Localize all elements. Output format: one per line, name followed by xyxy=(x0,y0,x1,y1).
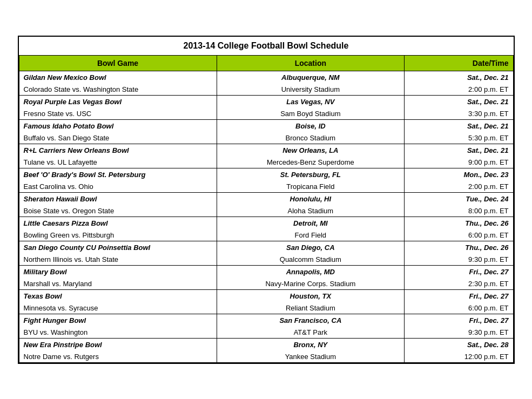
bowl-name-row: Texas BowlHouston, TXFri., Dec. 27 xyxy=(19,289,513,302)
matchup-row: Colorado State vs. Washington StateUnive… xyxy=(19,84,513,96)
bowl-date: Sat., Dec. 21 xyxy=(405,95,513,108)
matchup-venue: Mercedes-Benz Superdome xyxy=(217,157,405,168)
bowl-name: New Era Pinstripe Bowl xyxy=(19,338,217,351)
header-bowl-game: Bowl Game xyxy=(19,55,217,71)
matchup-row: Buffalo vs. San Diego StateBronco Stadiu… xyxy=(19,132,513,144)
matchup-venue: University Stadium xyxy=(217,84,405,96)
bowl-date: Sat., Dec. 21 xyxy=(405,119,513,132)
matchup-teams: Tulane vs. UL Lafayette xyxy=(19,157,217,168)
matchup-time: 6:00 p.m. ET xyxy=(405,229,513,241)
matchup-teams: Minnesota vs. Syracuse xyxy=(19,302,217,314)
matchup-time: 6:00 p.m. ET xyxy=(405,302,513,314)
header-row: Bowl GameLocationDate/Time xyxy=(19,55,513,71)
bowl-name: Royal Purple Las Vegas Bowl xyxy=(19,95,217,108)
matchup-time: 9:30 p.m. ET xyxy=(405,327,513,339)
matchup-teams: Marshall vs. Maryland xyxy=(19,278,217,290)
bowl-city: Bronx, NY xyxy=(217,338,405,351)
schedule-table-wrapper: 2013-14 College Football Bowl ScheduleBo… xyxy=(18,36,515,364)
bowl-name: Gildan New Mexico Bowl xyxy=(19,71,217,84)
bowl-date: Fri., Dec. 27 xyxy=(405,314,513,327)
bowl-name: Fight Hunger Bowl xyxy=(19,314,217,327)
bowl-city: New Orleans, LA xyxy=(217,144,405,157)
matchup-teams: Boise State vs. Oregon State xyxy=(19,205,217,217)
bowl-city: Albuquerque, NM xyxy=(217,71,405,84)
header-location: Location xyxy=(217,55,405,71)
schedule-table: 2013-14 College Football Bowl ScheduleBo… xyxy=(19,37,514,363)
matchup-row: Tulane vs. UL LafayetteMercedes-Benz Sup… xyxy=(19,157,513,168)
bowl-name-row: Fight Hunger BowlSan Francisco, CAFri., … xyxy=(19,314,513,327)
bowl-date: Mon., Dec. 23 xyxy=(405,168,513,181)
bowl-city: San Diego, CA xyxy=(217,241,405,254)
matchup-venue: Yankee Stadium xyxy=(217,351,405,363)
matchup-venue: Reliant Stadium xyxy=(217,302,405,314)
bowl-name: Little Caesars Pizza Bowl xyxy=(19,217,217,229)
matchup-time: 8:00 p.m. ET xyxy=(405,205,513,217)
matchup-row: East Carolina vs. OhioTropicana Field2:0… xyxy=(19,181,513,193)
matchup-venue: Ford Field xyxy=(217,229,405,241)
matchup-teams: Buffalo vs. San Diego State xyxy=(19,132,217,144)
bowl-city: Las Vegas, NV xyxy=(217,95,405,108)
matchup-time: 5:30 p.m. ET xyxy=(405,132,513,144)
bowl-name: San Diego County CU Poinsettia Bowl xyxy=(19,241,217,254)
bowl-city: Honolulu, HI xyxy=(217,192,405,205)
bowl-name: Texas Bowl xyxy=(19,289,217,302)
bowl-city: Annapolis, MD xyxy=(217,265,405,278)
matchup-row: Northern Illinois vs. Utah StateQualcomm… xyxy=(19,254,513,266)
matchup-teams: Northern Illinois vs. Utah State xyxy=(19,254,217,266)
bowl-date: Fri., Dec. 27 xyxy=(405,265,513,278)
bowl-name-row: Military BowlAnnapolis, MDFri., Dec. 27 xyxy=(19,265,513,278)
matchup-time: 12:00 p.m. ET xyxy=(405,351,513,363)
bowl-name-row: Beef 'O' Brady's Bowl St. PetersburgSt. … xyxy=(19,168,513,181)
bowl-name: Military Bowl xyxy=(19,265,217,278)
bowl-name-row: Royal Purple Las Vegas BowlLas Vegas, NV… xyxy=(19,95,513,108)
matchup-time: 2:00 p.m. ET xyxy=(405,181,513,193)
bowl-name: Famous Idaho Potato Bowl xyxy=(19,119,217,132)
matchup-row: Minnesota vs. SyracuseReliant Stadium6:0… xyxy=(19,302,513,314)
bowl-date: Thu., Dec. 26 xyxy=(405,241,513,254)
bowl-date: Sat., Dec. 21 xyxy=(405,144,513,157)
title-row: 2013-14 College Football Bowl Schedule xyxy=(19,37,513,56)
matchup-teams: Notre Dame vs. Rutgers xyxy=(19,351,217,363)
matchup-teams: BYU vs. Washington xyxy=(19,327,217,339)
matchup-time: 2:30 p.m. ET xyxy=(405,278,513,290)
bowl-name-row: Little Caesars Pizza BowlDetroit, MIThu.… xyxy=(19,217,513,229)
matchup-time: 3:30 p.m. ET xyxy=(405,108,513,120)
bowl-city: St. Petersburg, FL xyxy=(217,168,405,181)
bowl-name-row: Sheraton Hawaii BowlHonolulu, HITue., De… xyxy=(19,192,513,205)
matchup-teams: East Carolina vs. Ohio xyxy=(19,181,217,193)
matchup-teams: Fresno State vs. USC xyxy=(19,108,217,120)
matchup-row: Boise State vs. Oregon StateAloha Stadiu… xyxy=(19,205,513,217)
bowl-date: Sat., Dec. 28 xyxy=(405,338,513,351)
bowl-name-row: R+L Carriers New Orleans BowlNew Orleans… xyxy=(19,144,513,157)
matchup-time: 9:00 p.m. ET xyxy=(405,157,513,168)
matchup-row: BYU vs. WashingtonAT&T Park9:30 p.m. ET xyxy=(19,327,513,339)
bowl-city: San Francisco, CA xyxy=(217,314,405,327)
bowl-name: Sheraton Hawaii Bowl xyxy=(19,192,217,205)
matchup-row: Fresno State vs. USCSam Boyd Stadium3:30… xyxy=(19,108,513,120)
matchup-time: 9:30 p.m. ET xyxy=(405,254,513,266)
bowl-name-row: Gildan New Mexico BowlAlbuquerque, NMSat… xyxy=(19,71,513,84)
matchup-venue: AT&T Park xyxy=(217,327,405,339)
bowl-name-row: New Era Pinstripe BowlBronx, NYSat., Dec… xyxy=(19,338,513,351)
matchup-row: Bowling Green vs. PittsburghFord Field6:… xyxy=(19,229,513,241)
bowl-city: Houston, TX xyxy=(217,289,405,302)
matchup-row: Marshall vs. MarylandNavy-Marine Corps. … xyxy=(19,278,513,290)
bowl-name: Beef 'O' Brady's Bowl St. Petersburg xyxy=(19,168,217,181)
bowl-name-row: Famous Idaho Potato BowlBoise, IDSat., D… xyxy=(19,119,513,132)
bowl-date: Fri., Dec. 27 xyxy=(405,289,513,302)
matchup-row: Notre Dame vs. RutgersYankee Stadium12:0… xyxy=(19,351,513,363)
matchup-venue: Sam Boyd Stadium xyxy=(217,108,405,120)
bowl-date: Thu., Dec. 26 xyxy=(405,217,513,229)
matchup-venue: Aloha Stadium xyxy=(217,205,405,217)
matchup-venue: Navy-Marine Corps. Stadium xyxy=(217,278,405,290)
header-datetime: Date/Time xyxy=(405,55,513,71)
schedule-title: 2013-14 College Football Bowl Schedule xyxy=(19,37,513,56)
bowl-date: Sat., Dec. 21 xyxy=(405,71,513,84)
matchup-time: 2:00 p.m. ET xyxy=(405,84,513,96)
matchup-teams: Colorado State vs. Washington State xyxy=(19,84,217,96)
bowl-name: R+L Carriers New Orleans Bowl xyxy=(19,144,217,157)
bowl-city: Boise, ID xyxy=(217,119,405,132)
bowl-city: Detroit, MI xyxy=(217,217,405,229)
matchup-venue: Bronco Stadium xyxy=(217,132,405,144)
bowl-date: Tue., Dec. 24 xyxy=(405,192,513,205)
